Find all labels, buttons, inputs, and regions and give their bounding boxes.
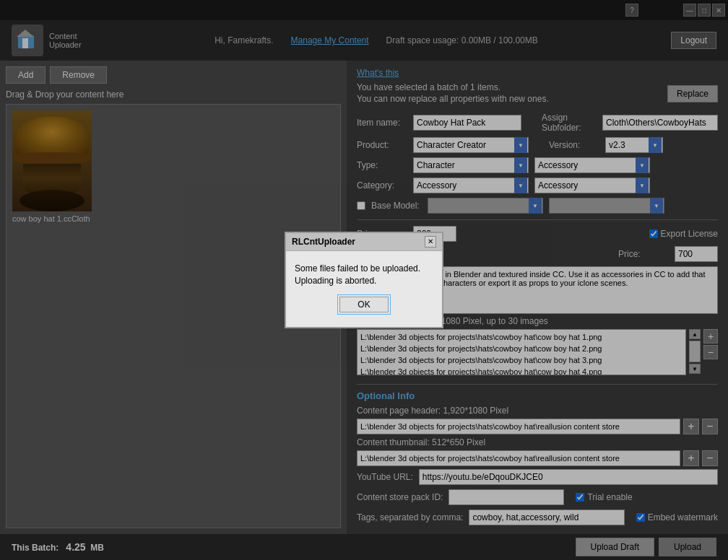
dialog-footer: OK xyxy=(295,297,433,320)
dialog-message: Some files failed to be uploaded.Uploadi… xyxy=(295,263,433,287)
dialog-title: RLCntUploader xyxy=(292,237,355,247)
dialog-titlebar: RLCntUploader ✕ xyxy=(286,233,442,251)
dialog-close-button[interactable]: ✕ xyxy=(425,236,436,248)
dialog-overlay: RLCntUploader ✕ Some files failed to be … xyxy=(0,0,728,560)
dialog-ok-button[interactable]: OK xyxy=(339,297,388,312)
error-dialog: RLCntUploader ✕ Some files failed to be … xyxy=(285,232,443,329)
dialog-body: Some files failed to be uploaded.Uploadi… xyxy=(286,251,442,328)
